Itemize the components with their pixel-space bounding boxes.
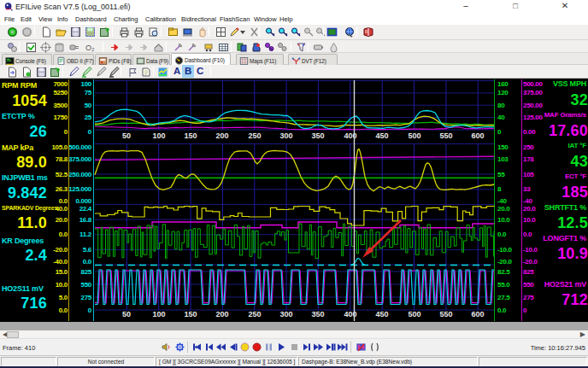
svg-text:O₂: O₂ xyxy=(85,44,95,52)
